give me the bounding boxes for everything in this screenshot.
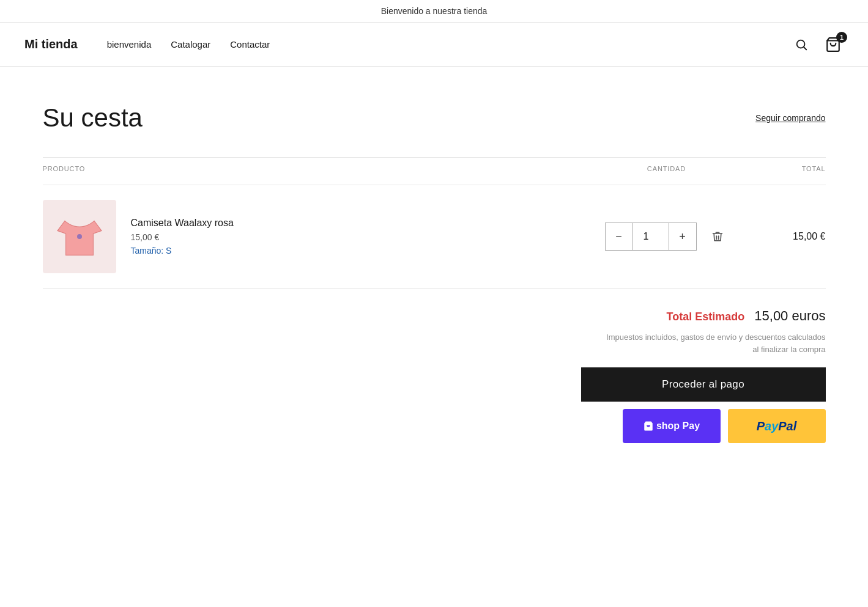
main-nav: bienvenida Catalogar Contactar xyxy=(107,39,792,50)
product-details: Camiseta Waalaxy rosa 15,00 € Tamaño: S xyxy=(131,218,234,256)
product-image xyxy=(43,200,116,273)
continue-shopping-link[interactable]: Seguir comprando xyxy=(755,113,825,123)
quantity-input[interactable] xyxy=(632,223,669,250)
svg-point-3 xyxy=(77,234,82,239)
col-header-quantity: CANTIDAD xyxy=(581,165,752,172)
decrement-button[interactable]: − xyxy=(606,223,632,250)
svg-line-1 xyxy=(804,47,806,50)
search-button[interactable] xyxy=(792,35,811,54)
site-logo[interactable]: Mi tienda xyxy=(24,37,78,51)
trash-icon xyxy=(711,230,724,243)
cart-items-list: Camiseta Waalaxy rosa 15,00 € Tamaño: S … xyxy=(43,185,826,289)
shoppay-bag-icon xyxy=(643,421,654,432)
product-name: Camiseta Waalaxy rosa xyxy=(131,218,234,229)
header-actions: 1 xyxy=(792,34,844,55)
cart-item-product: Camiseta Waalaxy rosa 15,00 € Tamaño: S xyxy=(43,200,581,273)
site-header: Mi tienda bienvenida Catalogar Contactar… xyxy=(0,23,868,67)
table-row: Camiseta Waalaxy rosa 15,00 € Tamaño: S … xyxy=(43,185,826,289)
tshirt-icon xyxy=(55,212,104,261)
quantity-stepper: − + xyxy=(605,223,697,251)
total-value: 15,00 euros xyxy=(754,308,825,324)
paypal-label: PayPal xyxy=(757,419,797,433)
quantity-controls: − + xyxy=(581,223,752,251)
nav-bienvenida[interactable]: bienvenida xyxy=(107,39,152,50)
payment-methods: shop Pay PayPal xyxy=(623,409,826,443)
cart-badge: 1 xyxy=(836,32,847,43)
increment-button[interactable]: + xyxy=(669,223,696,250)
shoppay-label: shop Pay xyxy=(643,421,700,432)
cart-button[interactable]: 1 xyxy=(823,34,844,55)
product-price: 15,00 € xyxy=(131,232,234,242)
checkout-button[interactable]: Proceder al pago xyxy=(581,367,826,402)
announcement-bar: Bienvenido a nuestra tienda xyxy=(0,0,868,23)
col-header-product: PRODUCTO xyxy=(43,165,581,172)
total-label: Total Estimado xyxy=(667,311,745,323)
announcement-text: Bienvenido a nuestra tienda xyxy=(381,6,488,16)
col-header-total: TOTAL xyxy=(752,165,826,172)
delete-item-button[interactable] xyxy=(707,226,729,248)
cart-summary: Total Estimado 15,00 euros Impuestos inc… xyxy=(43,308,826,443)
page-header: Su cesta Seguir comprando xyxy=(43,103,826,133)
svg-point-0 xyxy=(797,40,805,48)
nav-contactar[interactable]: Contactar xyxy=(230,39,270,50)
main-content: Su cesta Seguir comprando PRODUCTO CANTI… xyxy=(18,67,850,492)
cart-table-header: PRODUCTO CANTIDAD TOTAL xyxy=(43,157,826,180)
product-variant: Tamaño: S xyxy=(131,246,234,256)
paypal-button[interactable]: PayPal xyxy=(728,409,826,443)
item-total: 15,00 € xyxy=(752,231,826,242)
shoppay-button[interactable]: shop Pay xyxy=(623,409,721,443)
page-title: Su cesta xyxy=(43,103,143,133)
nav-catalogar[interactable]: Catalogar xyxy=(171,39,210,50)
search-icon xyxy=(795,38,808,51)
tax-note: Impuestos incluidos, gastos de envío y d… xyxy=(606,331,826,355)
total-row: Total Estimado 15,00 euros xyxy=(667,308,826,324)
